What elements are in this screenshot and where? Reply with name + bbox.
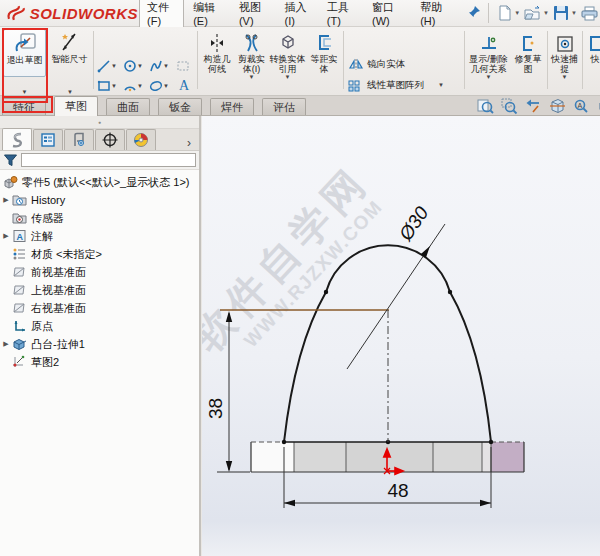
tree-item-boss-extrude[interactable]: ▶ 凸台-拉伸1 bbox=[0, 335, 199, 353]
tree-root-part[interactable]: 零件5 (默认<<默认>_显示状态 1>) bbox=[0, 173, 199, 191]
construction-geometry-button[interactable]: 构造几何线 bbox=[200, 29, 234, 74]
spline-caret-icon[interactable]: ▼ bbox=[163, 63, 169, 70]
arc-caret-icon[interactable]: ▼ bbox=[137, 83, 143, 90]
tree-item-sensors[interactable]: 传感器 bbox=[0, 209, 199, 227]
tab-sketch[interactable]: 草图 bbox=[54, 96, 98, 116]
feature-tree: 零件5 (默认<<默认>_显示状态 1>) ▶ History 传感器 ▶ A … bbox=[0, 170, 199, 371]
previous-view-icon[interactable] bbox=[525, 98, 542, 115]
zoom-area-icon[interactable] bbox=[501, 98, 518, 115]
line-caret-icon[interactable]: ▼ bbox=[111, 63, 117, 70]
ellipse-caret-icon[interactable]: ▼ bbox=[163, 83, 169, 90]
menu-window[interactable]: 窗口(W) bbox=[365, 0, 411, 30]
open-caret-icon[interactable]: ▼ bbox=[543, 10, 549, 16]
sketch-canvas[interactable]: 软件自学网 WWW.RJZXW.COM bbox=[202, 116, 600, 556]
ribbon-separator bbox=[582, 31, 583, 89]
tree-item-front-plane[interactable]: 前视基准面 bbox=[0, 263, 199, 281]
menubar-separator bbox=[488, 3, 489, 23]
tree-item-sketch2[interactable]: 草图2 bbox=[0, 353, 199, 371]
menu-insert[interactable]: 插入(I) bbox=[278, 0, 318, 30]
menu-edit[interactable]: 编辑(E) bbox=[186, 0, 230, 30]
spline-tool-button[interactable]: ▼ bbox=[149, 59, 169, 73]
tab-evaluate[interactable]: 评估 bbox=[262, 98, 306, 115]
circle-caret-icon[interactable]: ▼ bbox=[137, 63, 143, 70]
expander-icon[interactable]: ▶ bbox=[0, 196, 12, 204]
svg-text:A: A bbox=[17, 232, 24, 242]
panel-tab-strip: › bbox=[0, 129, 199, 151]
line-tool-button[interactable]: ▼ bbox=[97, 59, 117, 73]
trim-entities-button[interactable]: 剪裁实体(I) ▼ bbox=[235, 29, 268, 81]
tab-sheetmetal[interactable]: 钣金 bbox=[158, 98, 202, 115]
clipped-right-button[interactable]: 快 bbox=[585, 29, 600, 64]
ribbon-separator bbox=[93, 31, 94, 89]
tab-features[interactable]: 特征 bbox=[2, 98, 46, 115]
trim-caret-icon[interactable]: ▼ bbox=[249, 74, 255, 81]
zoom-fit-icon[interactable] bbox=[477, 98, 494, 115]
tree-item-material[interactable]: 材质 <未指定> bbox=[0, 245, 199, 263]
linear-pattern-caret-icon[interactable]: ▼ bbox=[438, 82, 444, 89]
mirror-entities-button[interactable]: 镜向实体 bbox=[348, 58, 405, 71]
rectangle-tool-button[interactable]: ▼ bbox=[97, 79, 117, 93]
new-document-button[interactable]: ▼ bbox=[498, 5, 520, 21]
relations-caret-icon[interactable]: ▼ bbox=[486, 74, 492, 81]
panel-tabs-overflow[interactable]: › bbox=[187, 136, 191, 150]
display-delete-relations-button[interactable]: 显示/删除几何关系 ▼ bbox=[467, 29, 510, 81]
mirror-entities-label: 镜向实体 bbox=[367, 58, 405, 71]
circle-tool-button[interactable]: ▼ bbox=[123, 59, 143, 73]
save-caret-icon[interactable]: ▼ bbox=[571, 10, 577, 16]
tab-dimxpert[interactable] bbox=[95, 129, 125, 150]
watermark-line1: 软件自学网 bbox=[202, 158, 377, 361]
tree-item-origin[interactable]: 原点 bbox=[0, 317, 199, 335]
svg-text:A: A bbox=[179, 78, 190, 92]
tab-property-manager[interactable] bbox=[33, 129, 63, 150]
offset-entities-button[interactable]: 等距实体 bbox=[307, 29, 341, 74]
linear-pattern-button[interactable]: 线性草图阵列 ▼ bbox=[348, 79, 444, 92]
text-tool-button[interactable]: A bbox=[176, 77, 191, 92]
repair-sketch-button[interactable]: 修复草图 bbox=[511, 29, 545, 74]
linear-pattern-label: 线性草图阵列 bbox=[367, 79, 424, 92]
quick-snaps-button[interactable]: 快速捕捉 ▼ bbox=[549, 29, 580, 81]
tree-item-top-plane[interactable]: 上视基准面 bbox=[0, 281, 199, 299]
tab-configuration-manager[interactable] bbox=[64, 129, 94, 150]
tab-surfaces[interactable]: 曲面 bbox=[106, 98, 150, 115]
new-caret-icon[interactable]: ▼ bbox=[514, 10, 520, 16]
clipped-right-label: 快 bbox=[585, 54, 600, 64]
rapid-sketch-button[interactable] bbox=[176, 59, 190, 73]
menu-help[interactable]: 帮助(H) bbox=[413, 0, 457, 30]
convert-entities-button[interactable]: 转换实体引用 ▼ bbox=[269, 29, 306, 81]
ellipse-icon bbox=[149, 79, 163, 93]
section-view-icon[interactable] bbox=[549, 98, 566, 115]
save-document-button[interactable]: ▼ bbox=[553, 5, 577, 21]
trim-entities-icon bbox=[242, 29, 262, 54]
profile-right-curve[interactable] bbox=[450, 292, 491, 442]
expander-icon[interactable]: ▶ bbox=[0, 232, 12, 240]
exit-sketch-button[interactable]: 退出草图 bbox=[3, 29, 46, 77]
tab-weldments[interactable]: 焊件 bbox=[210, 98, 254, 115]
tree-item-right-plane[interactable]: 右视基准面 bbox=[0, 299, 199, 317]
ellipse-tool-button[interactable]: ▼ bbox=[149, 79, 169, 93]
arc-tool-button[interactable]: ▼ bbox=[123, 79, 143, 93]
part-icon bbox=[3, 175, 18, 190]
quick-snaps-caret-icon[interactable]: ▼ bbox=[562, 74, 568, 81]
graphics-area[interactable]: 软件自学网 WWW.RJZXW.COM bbox=[202, 116, 600, 556]
convert-caret-icon[interactable]: ▼ bbox=[285, 74, 291, 81]
tab-appearances[interactable] bbox=[126, 129, 156, 150]
ribbon-separator bbox=[464, 31, 465, 89]
tree-item-history[interactable]: ▶ History bbox=[0, 191, 199, 209]
profile-left-curve[interactable] bbox=[284, 292, 326, 442]
print-document-button[interactable] bbox=[581, 6, 598, 21]
sketch-icon bbox=[12, 355, 27, 369]
open-document-button[interactable]: ▼ bbox=[524, 6, 549, 21]
menu-tools[interactable]: 工具(T) bbox=[320, 0, 363, 30]
rectangle-caret-icon[interactable]: ▼ bbox=[111, 83, 117, 90]
expander-icon[interactable]: ▶ bbox=[0, 340, 12, 348]
menu-view[interactable]: 视图(V) bbox=[232, 0, 276, 30]
tree-filter-input[interactable] bbox=[21, 153, 196, 167]
smart-dimension-button[interactable]: 智能尺寸 bbox=[49, 29, 90, 64]
ribbon-separator bbox=[197, 31, 198, 89]
tab-feature-tree[interactable] bbox=[2, 128, 32, 150]
tree-item-annotations[interactable]: ▶ A 注解 bbox=[0, 227, 199, 245]
menu-file[interactable]: 文件(F) bbox=[139, 0, 184, 31]
view-orientation-icon[interactable]: A bbox=[573, 98, 590, 115]
filter-funnel-icon[interactable] bbox=[3, 153, 18, 168]
pin-menu-icon[interactable] bbox=[468, 4, 481, 22]
